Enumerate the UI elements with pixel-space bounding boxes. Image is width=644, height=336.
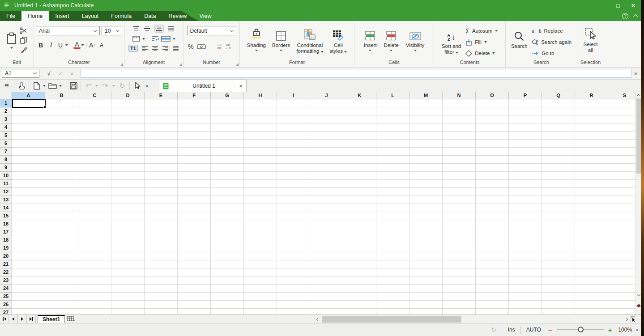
document-tab[interactable]: Untitled 1 × [159,80,247,92]
borders-button[interactable]: Borders [272,26,290,51]
row-header-11[interactable]: 11 [0,180,12,188]
column-header-Q[interactable]: Q [542,92,575,99]
column-header-R[interactable]: R [575,92,608,99]
zoom-in-button[interactable]: + [608,326,612,334]
menu-tab-layout[interactable]: Layout [76,11,105,21]
fill-handle[interactable] [43,106,46,108]
underline-button[interactable]: U [56,42,64,49]
row-header-16[interactable]: 16 [0,220,12,228]
currency-format-icon[interactable] [197,44,206,49]
font-size-select[interactable]: 10 [102,26,122,35]
cells-canvas[interactable] [12,99,635,315]
row-header-3[interactable]: 3 [0,115,12,123]
replace-button[interactable]: a→b Replace [532,26,571,36]
undo-icon[interactable]: ↶ [83,81,93,91]
row-header-6[interactable]: 6 [0,140,12,148]
row-header-22[interactable]: 22 [0,268,12,276]
add-decimal-button[interactable]: ←←00.00 [216,43,221,50]
menu-tab-file[interactable]: File [0,11,21,21]
new-document-icon[interactable] [31,81,41,91]
column-header-L[interactable]: L [376,92,409,99]
column-header-P[interactable]: P [509,92,542,99]
redo-dropdown[interactable] [112,85,115,87]
alignment-dialog-launcher[interactable] [179,63,182,66]
row-header-27[interactable]: 27 [0,309,12,315]
grow-font-button[interactable]: A+ [89,42,95,49]
valign-justify-icon[interactable] [168,26,175,31]
cut-icon[interactable] [20,27,27,34]
column-header-N[interactable]: N [443,92,476,99]
column-header-G[interactable]: G [211,92,244,99]
toolbar-overflow-icon[interactable]: » [142,81,152,91]
fill-button[interactable]: Fill [465,37,498,47]
zoom-slider[interactable] [557,329,604,330]
collapse-ribbon-icon[interactable] [633,14,638,19]
row-header-12[interactable]: 12 [0,188,12,196]
row-header-5[interactable]: 5 [0,132,12,140]
redo-icon[interactable]: ↷ [100,81,110,91]
minimize-button[interactable]: – [595,0,610,11]
paste-button[interactable] [6,32,17,49]
confirm-icon[interactable]: ✓ [55,70,66,77]
row-header-9[interactable]: 9 [0,164,12,172]
remove-decimal-button[interactable]: .00→.0 [225,43,230,50]
search-button[interactable]: Search [511,26,527,49]
column-header-D[interactable]: D [111,92,145,99]
row-header-24[interactable]: 24 [0,285,12,293]
row-header-26[interactable]: 26 [0,301,12,309]
font-color-dropdown[interactable] [81,44,84,46]
previous-sheet-button[interactable] [9,315,18,323]
merge-cells-icon[interactable] [161,36,171,42]
delete-contents-button[interactable]: Delete [465,48,498,59]
row-header-20[interactable]: 20 [0,252,12,260]
shading-button[interactable]: Shading [247,26,266,51]
copy-icon[interactable] [20,37,27,44]
vertical-scroll-thumb[interactable] [636,98,641,174]
pointer-mode-icon[interactable] [132,81,142,91]
column-header-H[interactable]: H [244,92,277,99]
valign-center-icon[interactable] [144,26,150,31]
search-again-button[interactable]: Search again [532,37,571,47]
recalc-mode-indicator[interactable]: AUTO [526,327,541,333]
align-center-icon[interactable] [152,46,158,51]
vertical-text-button[interactable]: T1 [128,45,138,52]
row-header-8[interactable]: 8 [0,156,12,164]
align-justify-icon[interactable] [172,46,179,51]
column-header-B[interactable]: B [45,92,78,99]
align-left-icon[interactable] [141,46,148,51]
row-header-21[interactable]: 21 [0,260,12,268]
column-header-O[interactable]: O [476,92,509,99]
align-right-icon[interactable] [162,46,169,51]
cell-styles-button[interactable]: Cell styles [330,26,347,54]
formula-overflow-icon[interactable]: » [633,70,641,77]
document-tab-close-icon[interactable]: × [239,83,243,89]
character-dialog-launcher[interactable] [120,63,123,66]
row-header-18[interactable]: 18 [0,236,12,244]
autosum-button[interactable]: Σ Autosum [465,26,498,36]
column-header-K[interactable]: K [343,92,376,99]
goto-button[interactable]: Go to [532,48,571,59]
insert-mode-indicator[interactable]: Ins [508,327,515,333]
sheet-tab-sheet1[interactable]: Sheet1 [38,315,65,323]
column-header-M[interactable]: M [409,92,443,99]
wrap-text-icon[interactable] [151,36,159,42]
row-header-10[interactable]: 10 [0,172,12,180]
cell-name-box[interactable]: A1 [2,69,39,78]
menu-tab-formula[interactable]: Formula [105,11,138,21]
row-header-19[interactable]: 19 [0,244,12,252]
formula-input[interactable] [81,69,631,78]
valign-bottom-button[interactable] [154,25,164,33]
select-all-button[interactable]: Select all [584,25,598,53]
menu-tab-insert[interactable]: Insert [49,11,76,21]
selection-mode-icon[interactable] [630,315,635,323]
row-header-7[interactable]: 7 [0,148,12,156]
touch-mode-icon[interactable] [17,81,26,91]
new-document-dropdown[interactable] [43,85,46,87]
bold-button[interactable]: B [36,42,46,49]
underline-dropdown[interactable] [65,44,68,46]
format-cell-icon[interactable] [132,36,140,42]
visibility-button[interactable]: Visibility [406,26,424,51]
row-header-4[interactable]: 4 [0,123,12,132]
format-painter-icon[interactable] [20,47,27,54]
horizontal-scroll-thumb[interactable] [322,316,461,323]
